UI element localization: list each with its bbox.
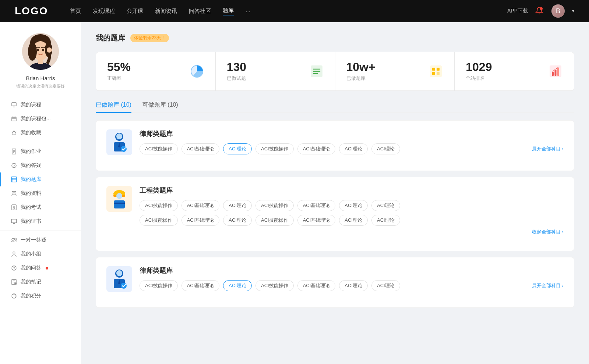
svg-rect-55 <box>555 70 557 76</box>
svg-point-61 <box>121 146 127 152</box>
bank-card-2: 工程类题库 ACI技能操作 ACI基础理论 ACI理论 ACI技能操作 ACI基… <box>96 177 574 251</box>
sidebar-label-points: 我的积分 <box>21 293 41 299</box>
bank2-tag-12[interactable]: ACI基础理论 <box>297 215 336 226</box>
bank1-tag-7[interactable]: ACI理论 <box>371 143 400 154</box>
app-download-link[interactable]: APP下载 <box>507 8 528 14</box>
bank-card-1: 律师类题库 ACI技能操作 ACI基础理论 ACI理论 ACI技能操作 ACI基… <box>96 120 574 171</box>
bank2-tag-5[interactable]: ACI基础理论 <box>297 200 336 211</box>
sidebar-item-points[interactable]: 我的积分 <box>0 289 81 303</box>
sidebar-label-favorites: 我的收藏 <box>21 129 41 136</box>
bank3-tag-2[interactable]: ACI基础理论 <box>181 280 220 291</box>
sidebar-item-favorites[interactable]: 我的收藏 <box>0 126 81 140</box>
stat-done-value: 130 <box>227 61 304 73</box>
points-icon <box>11 293 17 299</box>
bank1-tag-5[interactable]: ACI基础理论 <box>297 143 336 154</box>
divider1 <box>0 142 81 142</box>
sidebar-user-name: Brian Harris <box>26 75 55 81</box>
sidebar-item-notes[interactable]: 我的笔记 <box>0 275 81 289</box>
bank1-tag-4[interactable]: ACI技能操作 <box>255 143 294 154</box>
bank3-tag-4[interactable]: ACI技能操作 <box>255 280 294 291</box>
svg-point-9 <box>42 49 44 51</box>
notification-bell-icon[interactable] <box>535 7 544 15</box>
sidebar-user-motto: 错误的决定比没有决定要好 <box>13 83 68 89</box>
bank3-tag-6[interactable]: ACI理论 <box>339 280 368 291</box>
navbar-right: APP下载 B ▾ <box>507 4 574 18</box>
sidebar-item-my-course[interactable]: 我的课程 <box>0 98 81 112</box>
trial-badge: 体验剩余23天！ <box>130 34 169 42</box>
bank3-tag-3[interactable]: ACI理论 <box>223 280 252 291</box>
bank-1-title: 律师类题库 <box>140 129 564 138</box>
svg-point-31 <box>12 238 14 240</box>
ooo-icon <box>11 237 17 243</box>
nav-news[interactable]: 新闻资讯 <box>155 8 177 15</box>
bank-card-1-header: 律师类题库 ACI技能操作 ACI基础理论 ACI理论 ACI技能操作 ACI基… <box>106 129 564 155</box>
bank3-tag-7[interactable]: ACI理论 <box>371 280 400 291</box>
avatar[interactable]: B <box>551 4 565 18</box>
bank2-tag-10[interactable]: ACI理论 <box>223 215 252 226</box>
sidebar-item-group[interactable]: 我的小组 <box>0 247 81 261</box>
nav-home[interactable]: 首页 <box>70 8 81 15</box>
bank3-expand-link[interactable]: 展开全部科目 › <box>532 282 564 289</box>
bank3-tag-5[interactable]: ACI基础理论 <box>297 280 336 291</box>
sidebar-label-bank: 我的题库 <box>21 176 41 183</box>
tab-done-banks[interactable]: 已做题库 (10) <box>96 101 131 113</box>
bank1-expand-link[interactable]: 展开全部科目 › <box>532 146 564 152</box>
svg-point-58 <box>116 133 122 139</box>
nav-discover[interactable]: 发现课程 <box>93 8 115 15</box>
bank2-tag-2[interactable]: ACI基础理论 <box>181 200 220 211</box>
sidebar-item-bank[interactable]: 我的题库 <box>0 172 81 186</box>
sidebar-item-qa[interactable]: ? 我的答疑 <box>0 158 81 172</box>
pie-chart-icon <box>190 64 204 79</box>
stat-accuracy-left: 55% 正确率 <box>107 61 184 82</box>
svg-point-33 <box>13 252 15 254</box>
bank1-tag-3[interactable]: ACI理论 <box>223 143 252 154</box>
grid-yellow-icon <box>428 64 443 79</box>
bank2-tag-14[interactable]: ACI理论 <box>371 215 400 226</box>
bank2-tag-1[interactable]: ACI技能操作 <box>140 200 178 211</box>
nav-bank[interactable]: 题库 <box>223 7 234 15</box>
sidebar-menu: 我的课程 我的课程包... 我的收藏 我的作业 <box>0 98 81 303</box>
bank-icon <box>11 176 17 182</box>
stat-banks-value: 10w+ <box>346 61 424 73</box>
nav-open-course[interactable]: 公开课 <box>127 8 143 15</box>
svg-rect-49 <box>432 68 435 71</box>
list-green-icon <box>309 64 324 79</box>
bank2-tag-3[interactable]: ACI理论 <box>223 200 252 211</box>
sidebar-item-data[interactable]: 我的资料 <box>0 186 81 200</box>
bank2-tag-6[interactable]: ACI理论 <box>339 200 368 211</box>
bank2-collapse-link[interactable]: 收起全部科目 › <box>140 229 564 235</box>
svg-point-24 <box>12 192 14 193</box>
sidebar-item-homework[interactable]: 我的作业 <box>0 144 81 158</box>
avatar-dropdown-arrow-icon[interactable]: ▾ <box>572 8 574 14</box>
sidebar-label-notes: 我的笔记 <box>21 279 41 285</box>
bank1-tag-6[interactable]: ACI理论 <box>339 143 368 154</box>
nav-qa[interactable]: 问答社区 <box>189 8 211 15</box>
chart-red-icon <box>548 64 563 79</box>
tab-available-banks[interactable]: 可做题库 (10) <box>142 101 178 113</box>
bank2-tag-8[interactable]: ACI技能操作 <box>140 215 178 226</box>
bank2-tag-4[interactable]: ACI技能操作 <box>255 200 294 211</box>
sidebar-item-ooo[interactable]: 一对一答疑 <box>0 233 81 247</box>
bank2-tag-9[interactable]: ACI基础理论 <box>181 215 220 226</box>
sidebar-item-course-pkg[interactable]: 我的课程包... <box>0 112 81 126</box>
sidebar-item-exam[interactable]: 我的考试 <box>0 200 81 214</box>
nav-menu: 首页 发现课程 公开课 新闻资讯 问答社区 题库 ··· <box>70 7 507 15</box>
svg-rect-50 <box>437 68 440 71</box>
tabs-row: 已做题库 (10) 可做题库 (10) <box>96 101 574 113</box>
sidebar-label-data: 我的资料 <box>21 190 41 197</box>
bank3-tag-1[interactable]: ACI技能操作 <box>140 280 178 291</box>
bank2-tag-11[interactable]: ACI技能操作 <box>255 215 294 226</box>
logo[interactable]: LOGO <box>15 5 48 17</box>
svg-rect-54 <box>552 72 554 76</box>
layout: Brian Harris 错误的决定比没有决定要好 我的课程 我的课程包... … <box>0 22 589 364</box>
nav-more[interactable]: ··· <box>246 8 250 14</box>
divider2 <box>0 231 81 231</box>
svg-point-25 <box>14 192 16 193</box>
sidebar-item-cert[interactable]: 我的证书 <box>0 214 81 228</box>
bank2-tag-7[interactable]: ACI理论 <box>371 200 400 211</box>
svg-rect-66 <box>114 203 125 204</box>
sidebar-item-questions[interactable]: 我的问答 <box>0 261 81 275</box>
bank1-tag-2[interactable]: ACI基础理论 <box>181 143 220 154</box>
bank1-tag-1[interactable]: ACI技能操作 <box>140 143 178 154</box>
bank2-tag-13[interactable]: ACI理论 <box>339 215 368 226</box>
